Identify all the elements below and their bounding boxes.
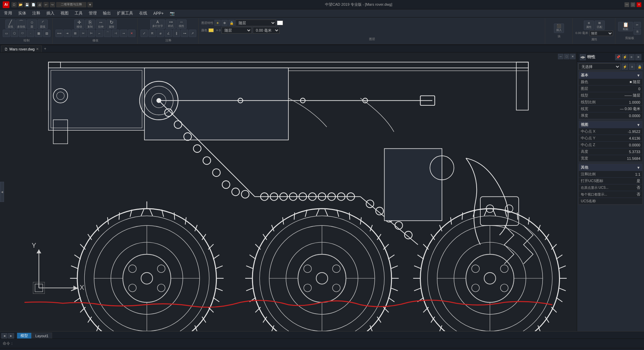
- cut-tool[interactable]: ✂: [634, 22, 641, 28]
- align-dim-tool[interactable]: ⤢: [140, 30, 148, 37]
- menu-item-manage[interactable]: 管理: [86, 10, 99, 17]
- diameter-dim-tool[interactable]: ⌀: [157, 30, 164, 37]
- dim-style-tool[interactable]: ⊶ 样式: [166, 20, 176, 29]
- point-tool[interactable]: ·: [27, 30, 34, 37]
- rect-tool[interactable]: ▭: [3, 30, 10, 37]
- menu-item-home[interactable]: 常用: [1, 10, 15, 17]
- other-properties-section: 其他 ▼ 注释比例 1:1 打开UCS图标 是 在原点显示 UCS... 否 每…: [578, 164, 643, 205]
- list-icon[interactable]: ≡: [629, 64, 635, 70]
- other-section-header[interactable]: 其他 ▼: [579, 164, 642, 171]
- linewidth-dropdown[interactable]: 0.00 毫米: [253, 27, 280, 34]
- print-icon[interactable]: 🖨: [37, 2, 42, 7]
- next-tab-btn[interactable]: ►: [8, 333, 14, 339]
- chamfer-tool[interactable]: ⌐: [96, 30, 103, 37]
- maximize-button[interactable]: □: [631, 2, 635, 7]
- drawing-area[interactable]: ─ □ ✕: [0, 53, 577, 331]
- workspace-select[interactable]: 二维草图与注释: [56, 2, 86, 7]
- panel-pin-btn[interactable]: 📌: [615, 54, 621, 60]
- insert-block-tool[interactable]: ⬛ 插入: [554, 24, 564, 33]
- break-tool[interactable]: ⊣: [112, 30, 119, 37]
- panel-close-btn[interactable]: ✕: [635, 54, 641, 60]
- layout1-tab[interactable]: Layout1: [32, 332, 52, 339]
- radius-dim-tool[interactable]: R: [149, 30, 156, 37]
- menu-item-camera[interactable]: 📷: [167, 10, 177, 16]
- layer-state-icon[interactable]: ☀: [214, 20, 220, 26]
- maximize-canvas-btn[interactable]: □: [564, 54, 569, 59]
- copy-clip-tool[interactable]: ⎘: [634, 29, 641, 35]
- match-prop-tool[interactable]: ≋ 匹配: [595, 21, 605, 30]
- menu-item-tools[interactable]: 工具: [72, 10, 85, 17]
- continue-dim-tool[interactable]: ⊶: [181, 30, 188, 37]
- erase-tool[interactable]: ✕: [128, 30, 135, 37]
- save-icon[interactable]: 💾: [24, 2, 30, 7]
- color-icon[interactable]: [208, 28, 214, 32]
- menu-item-output[interactable]: 输出: [100, 10, 114, 17]
- linetype-dropdown[interactable]: 随层: [222, 27, 252, 34]
- layer-lock-icon[interactable]: 🔒: [229, 20, 235, 26]
- panel-quick-select-btn[interactable]: ⚡: [622, 54, 628, 60]
- menu-item-insert[interactable]: 插入: [44, 10, 57, 17]
- document-tab[interactable]: 🗋 Mars rover.dwg ✕: [1, 45, 42, 52]
- quick-select-icon[interactable]: ⚡: [622, 64, 628, 70]
- open-icon[interactable]: 📂: [18, 2, 23, 7]
- annotate-row-1: A 多行文字 ⊶ 样式 ↔ 线性: [150, 20, 187, 29]
- menu-item-app[interactable]: APP+: [151, 10, 166, 16]
- arc-tool[interactable]: ◜ 圆弧: [38, 20, 48, 29]
- view-section-header[interactable]: 视图 ▼: [579, 121, 642, 128]
- restore-btn[interactable]: ─: [558, 54, 563, 59]
- rotate-tool[interactable]: ↻ 旋转: [107, 20, 117, 29]
- layer-freeze-icon[interactable]: ❄: [222, 20, 228, 26]
- mtext-tool[interactable]: A 多行文字: [150, 20, 165, 29]
- polygon-tool[interactable]: ⬡: [11, 30, 18, 37]
- line-tool[interactable]: ╱ 直线: [5, 20, 15, 29]
- angle-dim-tool[interactable]: ∠: [165, 30, 172, 37]
- plotstyle-dropdown[interactable]: 随层: [590, 31, 613, 36]
- fillet-tool[interactable]: ⌒: [104, 30, 111, 37]
- menu-item-solid[interactable]: 实体: [15, 10, 29, 17]
- panel-collapse-btn[interactable]: ◀▶: [580, 54, 586, 60]
- trim-tool[interactable]: ✂: [80, 30, 87, 37]
- leader-tool[interactable]: ↗: [189, 30, 196, 37]
- left-panel-collapse[interactable]: ◀: [0, 182, 4, 202]
- menu-item-online[interactable]: 在线: [136, 10, 150, 17]
- menu-item-annotate[interactable]: 注释: [30, 10, 43, 17]
- undo-icon[interactable]: ↩: [43, 2, 49, 7]
- redo-icon[interactable]: ↪: [50, 2, 55, 7]
- menu-item-view[interactable]: 视图: [58, 10, 71, 17]
- color-swatch[interactable]: [277, 21, 283, 25]
- lock-icon[interactable]: 🔒: [637, 64, 643, 70]
- stretch-tool[interactable]: ↔ 拉伸: [96, 20, 106, 29]
- model-tab[interactable]: 模型: [17, 332, 32, 339]
- extend-tool[interactable]: ⊢: [88, 30, 95, 37]
- gradient-tool[interactable]: ▧: [43, 30, 50, 37]
- offset-tool[interactable]: ⇥: [64, 30, 71, 37]
- workspace-dropdown[interactable]: ▼: [87, 2, 93, 7]
- array-tool[interactable]: ⊞: [72, 30, 79, 37]
- basic-section-header[interactable]: 基本 ▼: [579, 72, 642, 79]
- properties-tool[interactable]: ≡ 属性: [584, 21, 594, 30]
- prev-tab-btn[interactable]: ◄: [1, 333, 7, 339]
- command-input[interactable]: [16, 342, 641, 346]
- linear-dim-tool[interactable]: ↔ 线性: [176, 20, 187, 29]
- copy-tool[interactable]: ⎘ 复制: [85, 20, 95, 29]
- close-button[interactable]: ✕: [637, 2, 641, 7]
- close-canvas-btn[interactable]: ✕: [570, 54, 575, 59]
- polyline-tool[interactable]: ⌒ 多段线: [16, 20, 26, 29]
- mirror-tool[interactable]: ⟺: [55, 30, 63, 37]
- ellipse-tool[interactable]: ⬭: [19, 30, 26, 37]
- saveas-icon[interactable]: 📄: [31, 2, 36, 7]
- tab-close-button[interactable]: ✕: [36, 47, 39, 51]
- minimize-button[interactable]: ─: [625, 2, 629, 7]
- layer-dropdown[interactable]: 随层: [236, 20, 276, 26]
- hatch-tool[interactable]: ▦: [35, 30, 42, 37]
- baseline-dim-tool[interactable]: ‖: [173, 30, 180, 37]
- paste-tool[interactable]: 📋 粘贴: [618, 22, 633, 31]
- new-icon[interactable]: 🗋: [11, 2, 17, 7]
- object-selector[interactable]: 无选择: [578, 63, 620, 70]
- panel-list-btn[interactable]: ≡: [629, 54, 635, 60]
- move-tool[interactable]: ✛ 移动: [74, 20, 84, 29]
- explode-tool[interactable]: ⊸: [120, 30, 127, 37]
- circle-tool[interactable]: ○ 圆: [27, 20, 37, 29]
- menu-item-extensions[interactable]: 扩展工具: [114, 10, 136, 17]
- new-tab-button[interactable]: +: [42, 45, 48, 52]
